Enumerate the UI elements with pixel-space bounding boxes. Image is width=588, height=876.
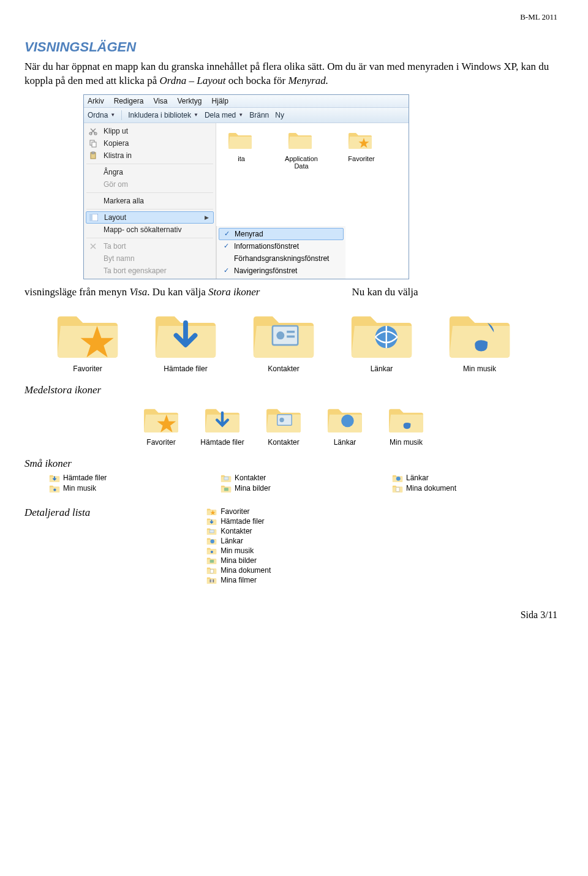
sub-menyrad[interactable]: ✓ Menyrad <box>219 228 344 240</box>
tile-kontakter[interactable]: Kontakter <box>244 307 323 373</box>
toolbar-include[interactable]: Inkludera i bibliotek ▼ <box>128 111 198 119</box>
tile-lankar[interactable]: Länkar <box>342 307 421 373</box>
sitem-kontakter[interactable]: Kontakter <box>221 474 392 483</box>
subheading-det: Detaljerad lista <box>24 507 90 519</box>
after-menu-line: visningsläge från menyn Visa. Du kan väl… <box>24 285 260 300</box>
toolbar-share[interactable]: Dela med ▼ <box>205 111 243 119</box>
tile-label: Länkar <box>371 364 393 373</box>
sub-preview[interactable]: Förhandsgranskningsfönstret <box>217 252 345 265</box>
doc-header: B-ML 2011 <box>24 12 557 22</box>
ctx-removeprops: Ta bort egenskaper <box>84 265 216 277</box>
intro-menyrad: Menyrad. <box>288 75 328 86</box>
menubar-arkiv[interactable]: Arkiv <box>88 97 104 105</box>
ctx-rename-label: Byt namn <box>104 254 135 263</box>
sitem-bilder[interactable]: Mina bilder <box>221 484 392 493</box>
after-menu-prefix: visningsläge från menyn <box>24 286 129 298</box>
menubar-verktyg[interactable]: Verktyg <box>178 97 202 105</box>
sitem-label: Kontakter <box>235 474 266 482</box>
check-icon: ✓ <box>222 242 230 250</box>
paste-icon <box>88 151 99 160</box>
svg-rect-27 <box>210 580 211 583</box>
explorer-content: ita Application Data Favoriter <box>216 123 409 226</box>
ditem-bilder[interactable]: Mina bilder <box>206 556 311 565</box>
mtile-kontakter[interactable]: Kontakter <box>257 404 310 447</box>
menubar-visa[interactable]: Visa <box>153 97 167 105</box>
folder-favoriter[interactable]: Favoriter <box>340 129 383 162</box>
ctx-rename: Byt namn <box>84 252 216 265</box>
svg-rect-11 <box>287 335 295 338</box>
ctx-copy-label: Kopiera <box>104 139 129 148</box>
chevron-down-icon: ▼ <box>194 112 198 118</box>
ctx-layout[interactable]: Layout ▶ <box>86 211 214 224</box>
ditem-lankar[interactable]: Länkar <box>206 536 311 546</box>
tile-label: Min musik <box>463 364 496 373</box>
tile-label: Kontakter <box>268 364 299 373</box>
tile-label: Favoriter <box>73 364 102 373</box>
tile-label: Hämtade filer <box>200 438 244 447</box>
folder-appdata[interactable]: Application Data <box>280 129 323 170</box>
intro-mid: och bocka för <box>228 75 288 86</box>
sitem-label: Mina bilder <box>235 484 271 493</box>
mtile-hamtade[interactable]: Hämtade filer <box>196 404 249 447</box>
toolbar-burn[interactable]: Bränn <box>249 111 269 119</box>
menubar-hjalp[interactable]: Hjälp <box>212 97 228 105</box>
tile-musik[interactable]: Min musik <box>440 307 519 373</box>
ditem-musik[interactable]: Min musik <box>206 546 311 556</box>
toolbar-separator <box>121 110 122 120</box>
mtile-musik[interactable]: Min musik <box>380 404 432 447</box>
ctx-separator <box>86 209 213 210</box>
ditem-label: Mina dokument <box>221 566 271 575</box>
ctx-separator <box>86 192 213 193</box>
ctx-undo[interactable]: Ångra <box>84 166 216 178</box>
tile-label: Länkar <box>334 438 356 447</box>
ctx-folderoptions[interactable]: Mapp- och sökalternativ <box>84 224 216 236</box>
ctx-layout-label: Layout <box>104 213 126 222</box>
sitem-musik[interactable]: Min musik <box>49 484 221 493</box>
ctx-cut[interactable]: Klipp ut <box>84 125 216 137</box>
svg-rect-25 <box>211 569 214 573</box>
after-menu-stora: Stora ikoner <box>208 286 260 298</box>
sitem-dokument[interactable]: Mina dokument <box>392 484 533 493</box>
sub-preview-label: Förhandsgranskningsfönstret <box>234 254 329 263</box>
svg-point-17 <box>396 477 401 481</box>
toolbar-ordna[interactable]: Ordna ▼ <box>88 111 115 119</box>
ctx-separator <box>86 164 213 164</box>
ditem-dokument[interactable]: Mina dokument <box>206 565 311 575</box>
tile-label: Favoriter <box>146 438 175 447</box>
svg-point-23 <box>211 551 213 553</box>
menubar-redigera[interactable]: Redigera <box>114 97 144 105</box>
svg-rect-16 <box>224 477 228 480</box>
sub-info-label: Informationsfönstret <box>234 242 299 251</box>
small-icons-grid: Hämtade filer Kontakter Länkar Min musik… <box>49 474 557 493</box>
ctx-paste[interactable]: Klistra in <box>84 149 216 162</box>
tile-label: Min musik <box>390 438 423 447</box>
ctx-copy[interactable]: Kopiera <box>84 137 216 149</box>
tile-favoriter[interactable]: Favoriter <box>48 307 127 373</box>
ctx-selectall[interactable]: Markera alla <box>84 195 216 207</box>
mtile-lankar[interactable]: Länkar <box>318 404 371 447</box>
ditem-hamtade[interactable]: Hämtade filer <box>206 516 311 526</box>
ditem-kontakter[interactable]: Kontakter <box>206 526 311 536</box>
section-title: VISNINGSLÄGEN <box>24 39 557 55</box>
sitem-label: Mina dokument <box>406 484 456 493</box>
ditem-filmer[interactable]: Mina filmer <box>206 575 311 585</box>
right-floating-line: Nu kan du välja <box>352 285 418 300</box>
sitem-hamtade[interactable]: Hämtade filer <box>49 474 221 483</box>
ctx-removeprops-label: Ta bort egenskaper <box>104 266 167 275</box>
sub-menyrad-label: Menyrad <box>235 230 263 238</box>
svg-rect-20 <box>396 488 399 491</box>
svg-point-22 <box>211 539 214 543</box>
sub-info[interactable]: ✓ Informationsfönstret <box>217 240 345 252</box>
chevron-down-icon: ▼ <box>110 112 115 118</box>
toolbar-new[interactable]: Ny <box>275 111 284 119</box>
ctx-delete: Ta bort <box>84 240 216 252</box>
medium-icons-row: Favoriter Hämtade filer Kontakter Länkar… <box>135 404 557 447</box>
ditem-favoriter[interactable]: Favoriter <box>206 507 311 516</box>
tile-hamtade[interactable]: Hämtade filer <box>146 307 225 373</box>
mtile-favoriter[interactable]: Favoriter <box>135 404 187 447</box>
detailed-list: Favoriter Hämtade filer Kontakter Länkar… <box>206 507 311 585</box>
sitem-lankar[interactable]: Länkar <box>392 474 533 483</box>
after-menu-visa: Visa <box>129 286 147 298</box>
folder-ita[interactable]: ita <box>220 129 263 162</box>
sub-nav[interactable]: ✓ Navigeringsfönstret <box>217 265 345 277</box>
